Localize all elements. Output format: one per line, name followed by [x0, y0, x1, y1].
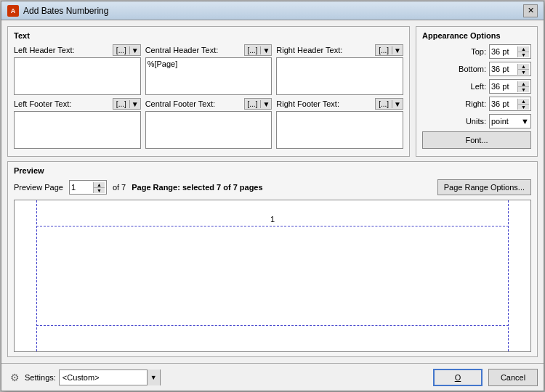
preview-page-spin[interactable]: ▲ ▼	[69, 180, 107, 195]
central-header-group: Central Header Text: [...] ▼ %[Page]	[145, 44, 272, 95]
left-spin-up[interactable]: ▲	[518, 81, 529, 87]
left-footer-insert-arrow[interactable]: ▼	[130, 100, 140, 108]
close-button[interactable]: ✕	[523, 4, 538, 17]
page-range-info: Page Range: selected 7 of 7 pages	[132, 183, 431, 192]
left-label: Left:	[471, 82, 486, 91]
central-header-label: Central Header Text:	[145, 46, 219, 54]
footer-margin-line	[36, 325, 509, 326]
text-section-label: Text	[14, 31, 403, 40]
left-spin[interactable]: ▲ ▼	[489, 79, 531, 94]
central-footer-insert-arrow[interactable]: ▼	[261, 100, 271, 108]
preview-controls: Preview Page ▲ ▼ of 7 Page Range: select…	[14, 179, 531, 195]
right-label: Right:	[465, 99, 486, 108]
top-label: Top:	[471, 47, 486, 56]
right-footer-insert-main[interactable]: [...]	[376, 100, 392, 108]
left-spin-down[interactable]: ▼	[518, 87, 529, 92]
preview-canvas: 1	[14, 200, 531, 352]
settings-label: Settings:	[25, 373, 56, 382]
appearance-section: Appearance Options Top: ▲ ▼ Bottom:	[416, 26, 538, 157]
top-spin-down[interactable]: ▼	[518, 52, 529, 57]
left-spin-arrows: ▲ ▼	[517, 81, 529, 92]
central-header-insert-main[interactable]: [...]	[245, 46, 262, 54]
bottom-bar: ⚙ Settings: <Custom> ▼ O Cancel	[1, 363, 544, 391]
top-spin-up[interactable]: ▲	[518, 46, 529, 52]
appearance-label: Appearance Options	[422, 31, 531, 40]
central-footer-insert-main[interactable]: [...]	[245, 100, 262, 108]
left-footer-group: Left Footer Text: [...] ▼	[14, 98, 141, 149]
central-header-insert-btn[interactable]: [...] ▼	[244, 44, 272, 56]
left-footer-input[interactable]	[14, 111, 141, 149]
page-range-label: Page Range:	[132, 183, 180, 192]
bottom-label: Bottom:	[459, 65, 486, 73]
left-header-label: Left Header Text:	[14, 46, 75, 54]
dialog: A Add Bates Numbering ✕ Text Left Header…	[1, 1, 544, 391]
left-margin-line	[36, 200, 37, 351]
central-header-insert-arrow[interactable]: ▼	[261, 46, 271, 54]
ok-button[interactable]: O	[433, 369, 483, 386]
title-bar-left: A Add Bates Numbering	[7, 5, 108, 17]
right-header-insert-arrow[interactable]: ▼	[392, 46, 403, 54]
central-header-label-row: Central Header Text: [...] ▼	[145, 44, 272, 56]
top-input[interactable]	[490, 45, 517, 58]
header-margin-line	[36, 226, 509, 226]
left-footer-label: Left Footer Text:	[14, 99, 71, 108]
preview-page-input[interactable]	[70, 181, 93, 194]
central-header-input[interactable]: %[Page]	[145, 57, 272, 95]
central-footer-input[interactable]	[145, 111, 272, 149]
header-row: Left Header Text: [...] ▼ Central Header…	[14, 44, 403, 95]
left-header-input[interactable]	[14, 57, 141, 95]
top-section: Text Left Header Text: [...] ▼	[7, 26, 538, 157]
top-spin[interactable]: ▲ ▼	[489, 44, 531, 59]
right-header-label: Right Header Text:	[276, 46, 342, 54]
cancel-button[interactable]: Cancel	[488, 369, 538, 386]
left-row: Left: ▲ ▼	[422, 79, 531, 94]
right-input[interactable]	[490, 97, 517, 110]
preview-page-number: 1	[270, 215, 275, 224]
top-row: Top: ▲ ▼	[422, 44, 531, 59]
left-header-label-row: Left Header Text: [...] ▼	[14, 44, 141, 56]
preview-content: 1	[15, 200, 530, 351]
right-spin-up[interactable]: ▲	[518, 99, 529, 105]
page-range-options-button[interactable]: Page Range Options...	[437, 179, 531, 195]
settings-group: ⚙ Settings: <Custom> ▼	[7, 369, 161, 385]
left-footer-insert-btn[interactable]: [...] ▼	[113, 98, 141, 110]
right-spin-down[interactable]: ▼	[518, 105, 529, 110]
right-header-input[interactable]	[276, 57, 403, 95]
buttons-group: O Cancel	[433, 369, 538, 386]
settings-icon: ⚙	[7, 370, 22, 385]
central-footer-label-row: Central Footer Text: [...] ▼	[145, 98, 272, 110]
left-footer-label-row: Left Footer Text: [...] ▼	[14, 98, 141, 110]
bottom-spin-down[interactable]: ▼	[518, 70, 529, 75]
right-footer-group: Right Footer Text: [...] ▼	[276, 98, 403, 149]
left-header-insert-main[interactable]: [...]	[113, 46, 130, 54]
bottom-spin[interactable]: ▲ ▼	[489, 62, 531, 76]
bottom-row: Bottom: ▲ ▼	[422, 62, 531, 76]
bottom-input[interactable]	[490, 62, 517, 75]
preview-page-down[interactable]: ▼	[94, 188, 105, 193]
right-footer-input[interactable]	[276, 111, 403, 149]
left-input[interactable]	[490, 80, 517, 93]
bottom-spin-arrows: ▲ ▼	[517, 64, 529, 75]
left-header-insert-arrow[interactable]: ▼	[130, 46, 140, 54]
units-value: point	[491, 117, 509, 126]
preview-label: Preview	[14, 166, 531, 175]
right-footer-insert-btn[interactable]: [...] ▼	[375, 98, 403, 110]
font-button[interactable]: Font...	[422, 131, 531, 149]
right-header-insert-btn[interactable]: [...] ▼	[375, 44, 403, 56]
right-spin[interactable]: ▲ ▼	[489, 97, 531, 111]
units-select[interactable]: point ▼	[489, 114, 531, 128]
right-header-insert-main[interactable]: [...]	[376, 46, 392, 54]
bottom-spin-up[interactable]: ▲	[518, 64, 529, 70]
left-footer-insert-main[interactable]: [...]	[113, 100, 130, 108]
footer-row: Left Footer Text: [...] ▼ Central Footer…	[14, 98, 403, 149]
right-header-group: Right Header Text: [...] ▼	[276, 44, 403, 95]
central-footer-insert-btn[interactable]: [...] ▼	[244, 98, 272, 110]
settings-select[interactable]: <Custom> ▼	[59, 369, 161, 385]
preview-page-up[interactable]: ▲	[94, 182, 105, 188]
of-label: of 7	[113, 183, 126, 192]
dialog-body: Text Left Header Text: [...] ▼	[1, 20, 544, 363]
right-footer-insert-arrow[interactable]: ▼	[392, 100, 403, 108]
units-arrow-icon[interactable]: ▼	[521, 117, 529, 126]
left-header-insert-btn[interactable]: [...] ▼	[113, 44, 141, 56]
settings-select-arrow-icon[interactable]: ▼	[147, 369, 160, 385]
